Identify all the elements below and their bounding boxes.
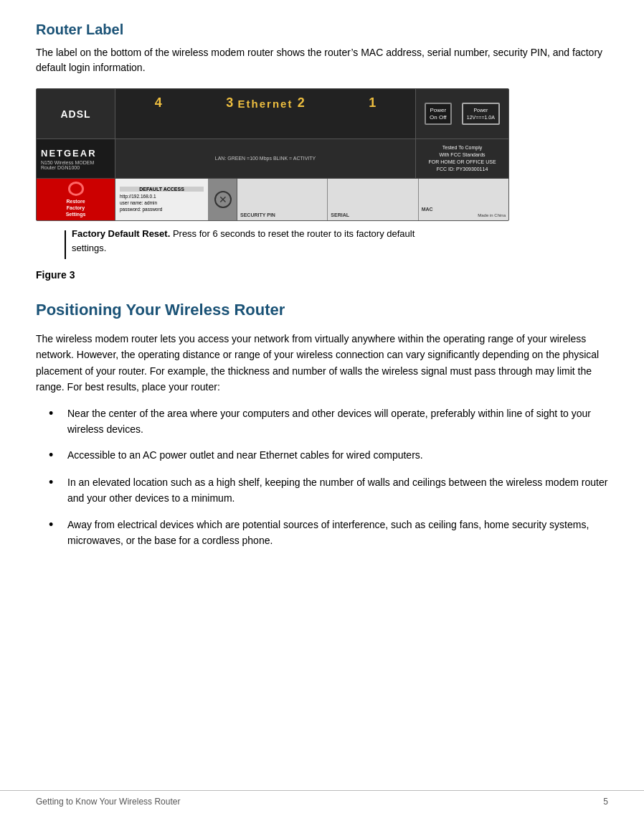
router-label-image: ADSL 4 3 2 1 Ethernet Power On Off Power… (36, 88, 509, 221)
bullet-item-3: • Away from electrical devices which are… (36, 517, 608, 549)
router-label-heading: Router Label (36, 22, 608, 38)
power-spec-btn: Power 12V===1.0A (462, 103, 500, 126)
netgear-model: N150 Wireless MODEM Router DGN1000 (41, 160, 110, 170)
caption-text: Factory Default Reset. Press for 6 secon… (72, 227, 416, 255)
power1-line1: Power (430, 107, 446, 114)
power1-line2: On Off (430, 114, 446, 121)
reset-symbol: ✕ (214, 191, 232, 208)
reset-icon-section: ✕ (209, 179, 237, 220)
bullet-content-0: Near the center of the area where your c… (67, 405, 608, 438)
page-footer: Getting to Know Your Wireless Router 5 (0, 790, 644, 807)
default-access-info: http://192.168.0.1 user name: admin pass… (120, 193, 204, 212)
caption-line (65, 230, 66, 259)
made-in-china-label: Made in China (422, 213, 506, 217)
serial-label: SERIAL (331, 212, 415, 217)
footer-left: Getting to Know Your Wireless Router (36, 797, 180, 807)
fcc-section: Tested To Comply With FCC Standards FOR … (415, 139, 508, 178)
figure-caption: Factory Default Reset. Press for 6 secon… (65, 227, 608, 259)
bullet-content-1: Accessible to an AC power outlet and nea… (67, 447, 608, 463)
bullet-item-0: • Near the center of the area where your… (36, 405, 608, 438)
default-access-section: DEFAULT ACCESS http://192.168.0.1 user n… (115, 179, 209, 220)
restore-text: Restore Factory Settings (66, 198, 86, 217)
security-pin-section: SECURITY PIN (237, 179, 328, 220)
bullet-item-2: • In an elevated location such as a high… (36, 474, 608, 507)
port-4: 4 (144, 95, 173, 111)
bullet-list: • Near the center of the area where your… (36, 405, 608, 549)
port-1: 1 (358, 95, 387, 111)
caption-bold: Factory Default Reset. (72, 228, 170, 239)
intro-text: The label on the bottom of the wireless … (36, 45, 608, 75)
positioning-heading: Positioning Your Wireless Router (36, 301, 608, 319)
security-pin-label: SECURITY PIN (240, 212, 324, 217)
netgear-brand: NETGEAR (41, 148, 97, 159)
mid-info-text: LAN: GREEN =100 Mbps BLINK = ACTIVITY (215, 155, 316, 162)
bullet-content-3: Away from electrical devices which are p… (67, 517, 608, 549)
fcc-logo: Tested To Comply With FCC Standards FOR … (428, 144, 496, 172)
bullet-dot-2: • (49, 474, 62, 491)
mac-label: MAC (422, 207, 506, 212)
figure-label: Figure 3 (36, 269, 608, 281)
power-buttons: Power On Off Power 12V===1.0A (415, 89, 508, 139)
router-label-image-container: ADSL 4 3 2 1 Ethernet Power On Off Power… (36, 88, 509, 221)
ports-section: 4 3 2 1 Ethernet (115, 89, 415, 139)
bullet-item-1: • Accessible to an AC power outlet and n… (36, 447, 608, 464)
power2-line1: Power (467, 107, 495, 114)
mid-center-info: LAN: GREEN =100 Mbps BLINK = ACTIVITY (115, 139, 415, 178)
restore-factory-button: Restore Factory Settings (37, 179, 115, 220)
bullet-dot-0: • (49, 405, 62, 422)
power2-line2: 12V===1.0A (467, 114, 495, 121)
bullet-dot-3: • (49, 517, 62, 533)
default-access-title: DEFAULT ACCESS (120, 187, 204, 192)
serial-section: SERIAL (328, 179, 418, 220)
mac-section: MAC Made in China (419, 179, 508, 220)
bullet-content-2: In an elevated location such as a high s… (67, 474, 608, 507)
positioning-intro: The wireless modem router lets you acces… (36, 331, 608, 395)
bullet-dot-1: • (49, 447, 62, 464)
ethernet-label: Ethernet (238, 98, 293, 110)
footer-right: 5 (603, 797, 608, 807)
netgear-brand-section: NETGEAR N150 Wireless MODEM Router DGN10… (37, 139, 115, 178)
power-on-off-btn: Power On Off (425, 103, 451, 125)
adsl-label: ADSL (37, 89, 115, 139)
